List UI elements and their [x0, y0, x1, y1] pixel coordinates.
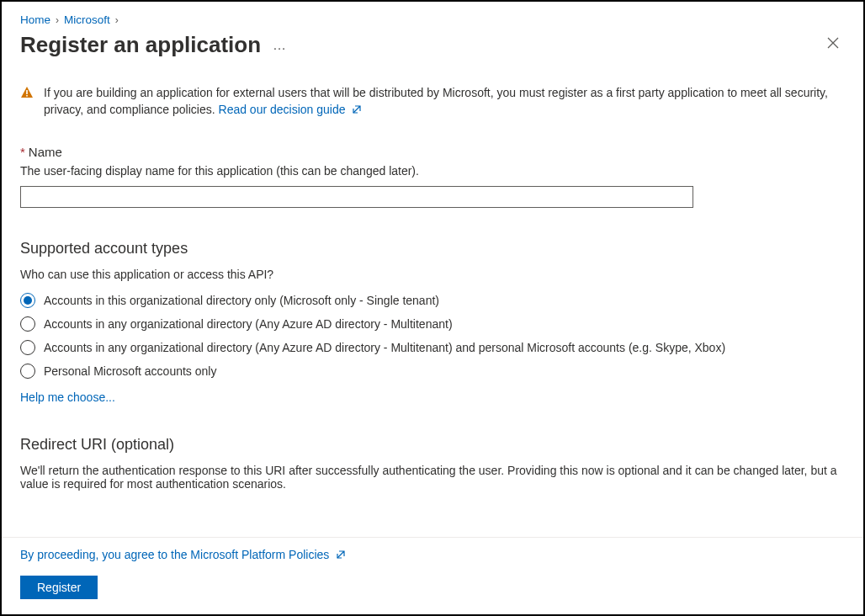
radio-label: Accounts in any organizational directory…	[44, 341, 725, 354]
name-input[interactable]	[20, 186, 693, 208]
name-section: *Name The user-facing display name for t…	[20, 145, 845, 208]
radio-label: Accounts in any organizational directory…	[44, 317, 453, 331]
redirect-uri-section: Redirect URI (optional) We'll return the…	[20, 436, 845, 491]
account-type-option[interactable]: Accounts in this organizational director…	[20, 293, 845, 308]
radio-icon	[20, 316, 35, 332]
name-help: The user-facing display name for this ap…	[20, 164, 845, 178]
external-link-icon	[336, 549, 346, 562]
page-title: Register an application	[20, 32, 261, 58]
external-link-icon	[352, 102, 362, 119]
register-button[interactable]: Register	[20, 576, 98, 599]
svg-rect-3	[26, 90, 28, 94]
svg-rect-4	[26, 95, 28, 97]
warning-banner: If you are building an application for e…	[20, 84, 845, 119]
platform-policies-link[interactable]: By proceeding, you agree to the Microsof…	[20, 548, 346, 561]
redirect-uri-description: We'll return the authentication response…	[20, 464, 845, 491]
chevron-right-icon: ›	[56, 14, 59, 26]
breadcrumb-org[interactable]: Microsoft	[64, 13, 110, 26]
account-type-option[interactable]: Personal Microsoft accounts only	[20, 364, 845, 379]
account-type-option[interactable]: Accounts in any organizational directory…	[20, 340, 845, 355]
more-actions-button[interactable]: …	[273, 38, 288, 53]
close-button[interactable]	[821, 31, 845, 59]
help-me-choose-link[interactable]: Help me choose...	[20, 390, 115, 404]
footer: By proceeding, you agree to the Microsof…	[2, 537, 863, 614]
required-indicator: *	[20, 145, 25, 159]
radio-icon	[20, 293, 35, 308]
decision-guide-link[interactable]: Read our decision guide	[219, 103, 363, 116]
radio-label: Accounts in this organizational director…	[44, 294, 439, 307]
radio-icon	[20, 340, 35, 355]
breadcrumb-home[interactable]: Home	[20, 13, 50, 26]
breadcrumb: Home › Microsoft ›	[20, 13, 845, 26]
account-types-question: Who can use this application or access t…	[20, 268, 845, 281]
radio-label: Personal Microsoft accounts only	[44, 364, 216, 378]
warning-icon	[20, 86, 34, 99]
account-type-option[interactable]: Accounts in any organizational directory…	[20, 316, 845, 332]
close-icon	[826, 36, 840, 50]
redirect-uri-heading: Redirect URI (optional)	[20, 436, 845, 454]
account-types-heading: Supported account types	[20, 240, 845, 258]
account-types-section: Supported account types Who can use this…	[20, 240, 845, 404]
chevron-right-icon: ›	[115, 14, 119, 26]
radio-icon	[20, 364, 35, 379]
name-label: Name	[29, 145, 62, 159]
banner-text: If you are building an application for e…	[44, 86, 828, 116]
